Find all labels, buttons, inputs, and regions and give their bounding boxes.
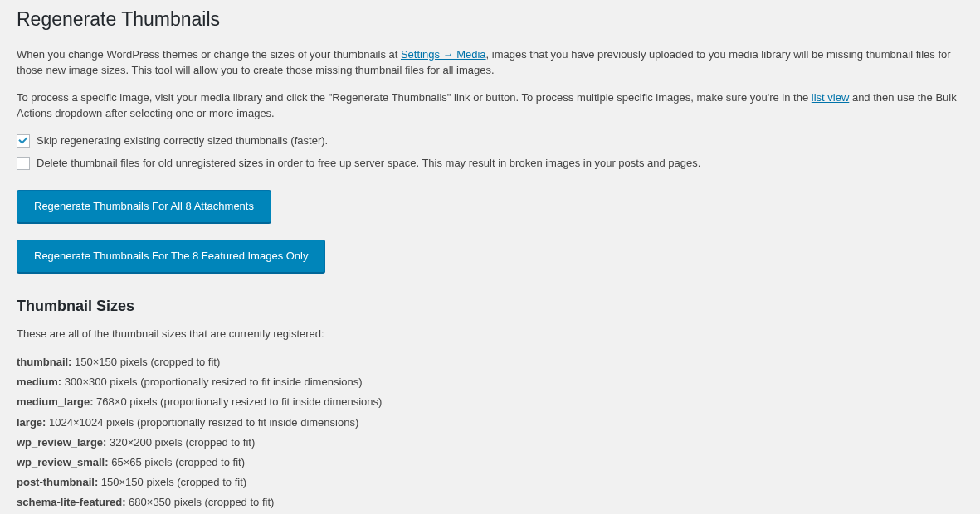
thumbnail-size-row: wp_review_small: 65×65 pixels (cropped t… (17, 453, 963, 473)
thumbnail-size-desc: 300×300 pixels (proportionally resized t… (61, 376, 362, 388)
thumbnail-size-name: medium_large: (17, 395, 93, 408)
skip-existing-row: Skip regenerating existing correctly siz… (17, 133, 963, 149)
thumbnail-size-row: thumbnail: 150×150 pixels (cropped to fi… (17, 352, 963, 372)
thumbnail-size-row: large: 1024×1024 pixels (proportionally … (17, 413, 963, 433)
thumbnail-size-desc: 150×150 pixels (cropped to fit) (98, 476, 246, 488)
intro-paragraph-2: To process a specific image, visit your … (17, 90, 963, 122)
regenerate-featured-button[interactable]: Regenerate Thumbnails For The 8 Featured… (17, 240, 325, 273)
thumbnail-size-desc: 768×0 pixels (proportionally resized to … (93, 395, 382, 408)
thumbnail-size-name: medium: (17, 376, 61, 388)
thumbnail-size-name: post-thumbnail: (17, 476, 98, 488)
intro-paragraph-1: When you change WordPress themes or chan… (17, 46, 963, 79)
thumbnail-size-name: thumbnail: (17, 356, 71, 368)
thumbnail-size-row: schema-lite-featured: 680×350 pixels (cr… (17, 492, 963, 512)
skip-existing-label[interactable]: Skip regenerating existing correctly siz… (37, 133, 328, 149)
thumbnail-sizes-heading: Thumbnail Sizes (17, 298, 963, 315)
delete-old-label[interactable]: Delete thumbnail files for old unregiste… (37, 155, 700, 172)
thumbnail-size-desc: 680×350 pixels (cropped to fit) (125, 496, 274, 508)
thumbnail-size-row: medium: 300×300 pixels (proportionally r… (17, 372, 963, 392)
intro-text-2a: To process a specific image, visit your … (17, 91, 812, 104)
thumbnail-size-row: medium_large: 768×0 pixels (proportional… (17, 392, 963, 412)
thumbnail-size-name: large: (17, 416, 46, 429)
delete-old-row: Delete thumbnail files for old unregiste… (17, 155, 963, 172)
thumbnail-sizes-list: thumbnail: 150×150 pixels (cropped to fi… (17, 352, 963, 514)
thumbnail-size-row: wp_review_large: 320×200 pixels (cropped… (17, 433, 963, 453)
thumbnail-size-desc: 150×150 pixels (cropped to fit) (71, 356, 220, 368)
thumbnail-size-desc: 1024×1024 pixels (proportionally resized… (46, 416, 358, 429)
settings-media-link[interactable]: Settings → Media (401, 48, 486, 61)
thumbnail-size-name: wp_review_large: (17, 436, 106, 449)
list-view-link[interactable]: list view (812, 91, 850, 104)
thumbnail-sizes-intro: These are all of the thumbnail sizes tha… (17, 326, 963, 342)
intro-text-1a: When you change WordPress themes or chan… (17, 48, 401, 61)
thumbnail-size-row: post-thumbnail: 150×150 pixels (cropped … (17, 473, 963, 492)
thumbnail-size-name: schema-lite-featured: (17, 496, 125, 508)
thumbnail-size-desc: 320×200 pixels (cropped to fit) (106, 436, 255, 449)
regenerate-all-button[interactable]: Regenerate Thumbnails For All 8 Attachme… (17, 190, 271, 223)
thumbnail-size-desc: 65×65 pixels (cropped to fit) (109, 456, 245, 468)
page-title: Regenerate Thumbnails (17, 0, 963, 36)
delete-old-checkbox[interactable] (17, 157, 30, 170)
skip-existing-checkbox[interactable] (17, 134, 30, 148)
thumbnail-size-name: wp_review_small: (17, 456, 109, 468)
